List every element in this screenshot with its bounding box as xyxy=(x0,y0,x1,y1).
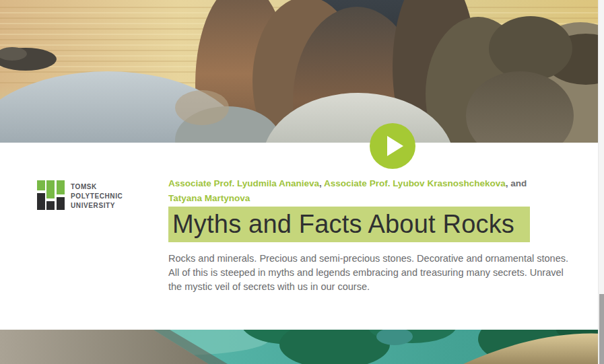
instructor-list: Associate Prof. Lyudmila Ananieva, Assoc… xyxy=(168,176,586,205)
course-header-section: TOMSK POLYTECHNIC UNIVERSITY Associate P… xyxy=(0,143,604,330)
university-name-line: TOMSK xyxy=(71,182,123,192)
university-name-line: UNIVERSITY xyxy=(71,201,123,211)
scrollbar-track[interactable] xyxy=(598,0,604,364)
university-name-line: POLYTECHNIC xyxy=(71,192,123,201)
scrollbar-thumb[interactable] xyxy=(599,294,604,364)
play-video-button[interactable] xyxy=(370,123,415,169)
hero-rocks-illustration xyxy=(0,0,604,143)
hero-banner-image xyxy=(0,0,604,143)
underwater-rocks-illustration xyxy=(0,330,604,364)
university-logo-icon xyxy=(37,180,65,211)
instructor-link[interactable]: Associate Prof. Lyubov Krasnoshchekova xyxy=(324,178,506,188)
course-description: Rocks and minerals. Precious and semi-pr… xyxy=(168,252,575,294)
course-about-page: TOMSK POLYTECHNIC UNIVERSITY Associate P… xyxy=(0,0,604,364)
instructor-link[interactable]: Associate Prof. Lyudmila Ananieva xyxy=(168,178,319,188)
play-icon xyxy=(387,136,403,156)
instructor-link[interactable]: Tatyana Martynova xyxy=(168,193,250,203)
course-title: Myths and Facts About Rocks xyxy=(168,207,530,242)
instructor-separator: , and xyxy=(506,178,527,188)
university-name: TOMSK POLYTECHNIC UNIVERSITY xyxy=(71,180,123,211)
university-logo: TOMSK POLYTECHNIC UNIVERSITY xyxy=(37,180,123,211)
bottom-banner-image xyxy=(0,330,604,364)
